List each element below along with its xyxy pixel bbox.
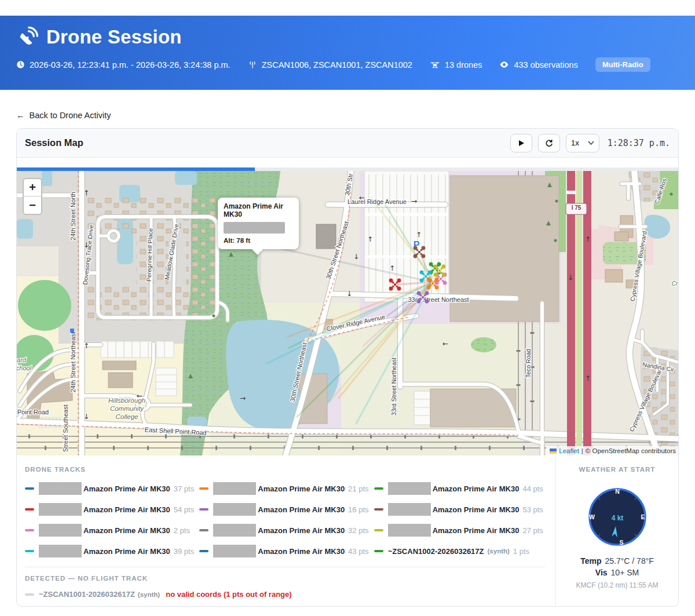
antenna-icon [248, 60, 257, 70]
back-to-drone-activity-link[interactable]: ← Back to Drone Activity [16, 111, 111, 120]
svg-text:↓: ↓ [568, 274, 573, 282]
svg-text:→: → [240, 394, 246, 402]
i75-highway [566, 171, 591, 455]
svg-text:W: W [589, 513, 595, 520]
track-legend-item: Amazon Prime Air MK3037 pts [25, 482, 196, 495]
ukraine-flag-icon [550, 449, 557, 454]
satellite-dish-icon [16, 26, 38, 48]
svg-text:Street Southeast: Street Southeast [62, 404, 69, 452]
track-points: 32 pts [348, 526, 368, 535]
detected-label: ~ZSCAN1001-2026032617Z [39, 590, 135, 599]
redacted-id [213, 503, 256, 516]
redacted-id [388, 524, 431, 537]
session-drone-count: 13 drones [430, 60, 482, 70]
svg-text:↑: ↑ [585, 235, 591, 243]
visibility-row: Vis10+ SM [561, 568, 674, 577]
leaflet-link[interactable]: Leaflet [559, 447, 579, 454]
zoom-in-button[interactable]: + [24, 179, 41, 196]
svg-text:↓: ↓ [353, 253, 359, 261]
track-color-swatch [199, 487, 209, 490]
track-color-swatch [25, 487, 34, 490]
card-header: Session Map 1x 1:28:37 p.m. [17, 129, 678, 158]
redacted-id [39, 524, 82, 537]
track-label: Amazon Prime Air MK30 [433, 505, 520, 514]
svg-text:N: N [615, 488, 620, 495]
svg-text:→: → [411, 197, 417, 205]
track-legend-item: Amazon Prime Air MK302 pts [25, 524, 196, 537]
track-label: Amazon Prime Air MK30 [258, 505, 345, 514]
track-legend-item: Amazon Prime Air MK3053 pts [374, 503, 545, 516]
svg-text:↑: ↑ [389, 264, 395, 272]
track-label: Amazon Prime Air MK30 [83, 484, 170, 493]
eye-icon [499, 60, 509, 70]
svg-text:←: ← [137, 392, 142, 400]
svg-text:College: College [116, 413, 138, 420]
svg-text:↓: ↓ [346, 290, 352, 298]
back-arrow-icon: ← [16, 111, 25, 120]
play-icon [518, 140, 525, 147]
redacted-id [213, 482, 256, 495]
svg-text:33rd Street Northeast: 33rd Street Northeast [390, 358, 397, 415]
drone-tooltip: Amazon Prime Air MK30 Alt: 78 ft [218, 198, 299, 249]
track-label: Amazon Prime Air MK30 [433, 484, 520, 493]
map-canvas: 30th StrLaurel Ridge Avenue24th Street N… [17, 171, 679, 455]
svg-text:Community: Community [110, 405, 144, 412]
redacted-id [388, 482, 431, 495]
refresh-button[interactable] [538, 134, 560, 152]
svg-text:Teco Road: Teco Road [525, 349, 532, 378]
chevron-down-icon [588, 141, 594, 145]
svg-text:↑: ↑ [416, 231, 422, 239]
track-label: Amazon Prime Air MK30 [433, 526, 520, 535]
track-points: 43 pts [348, 547, 368, 556]
track-legend-item: Amazon Prime Air MK3021 pts [199, 482, 370, 495]
track-label: Amazon Prime Air MK30 [258, 526, 345, 535]
wind-compass: NESW 4 kt [583, 482, 652, 554]
track-label: Amazon Prime Air MK30 [83, 526, 170, 535]
map-zoom-control: + − [23, 178, 42, 215]
redacted-id [224, 222, 285, 234]
detected-list: ~ZSCAN1001-2026032617Z(synth)no valid co… [25, 590, 545, 599]
track-points: 1 pts [513, 547, 529, 556]
track-points: 21 pts [348, 484, 368, 493]
track-legend-item: Amazon Prime Air MK3044 pts [374, 482, 545, 495]
track-legend-item: ~ZSCAN1002-2026032617Z(synth)1 pts [374, 545, 545, 557]
temperature-row: Temp25.7°C / 78°F [561, 556, 674, 566]
playback-speed-select[interactable]: 1x [566, 134, 599, 152]
track-color-swatch [374, 487, 383, 490]
redacted-id [388, 503, 431, 516]
track-color-swatch [374, 550, 383, 552]
track-points: 16 pts [348, 505, 368, 514]
weather-station: KMCF (10.2 nm) 11:55 AM [561, 581, 674, 589]
track-label: ~ZSCAN1002-2026032617Z [388, 547, 484, 556]
osm-attribution[interactable]: © OpenStreetMap contributors [586, 447, 676, 454]
track-points: 2 pts [174, 526, 190, 535]
zoom-out-button[interactable]: − [24, 196, 41, 214]
svg-text:↑: ↑ [367, 235, 373, 243]
weather-panel: WEATHER AT START NESW 4 kt Temp25.7°C / … [555, 455, 678, 607]
track-color-swatch [374, 529, 383, 531]
tooltip-altitude: Alt: 78 ft [224, 237, 293, 244]
clock-icon [16, 60, 25, 69]
track-legend-item: Amazon Prime Air MK3016 pts [199, 503, 370, 516]
track-color-swatch [25, 550, 34, 552]
session-observation-count: 433 observations [499, 60, 577, 70]
svg-text:S: S [619, 539, 623, 546]
svg-text:↑: ↑ [83, 342, 89, 350]
session-map[interactable]: 30th StrLaurel Ridge Avenue24th Street N… [17, 171, 679, 455]
track-color-swatch [25, 529, 34, 531]
track-label: Amazon Prime Air MK30 [258, 484, 345, 493]
svg-text:Laurel Ridge Avenue: Laurel Ridge Avenue [348, 198, 407, 205]
header-gap [17, 158, 678, 167]
track-legend-item: Amazon Prime Air MK3027 pts [374, 524, 545, 537]
redacted-id [39, 545, 82, 557]
track-grid: Amazon Prime Air MK3037 ptsAmazon Prime … [25, 482, 545, 557]
svg-text:↓: ↓ [83, 241, 89, 249]
play-button[interactable] [510, 134, 532, 152]
svg-text:chool: chool [17, 365, 32, 371]
track-points: 54 pts [174, 505, 194, 514]
track-points: 27 pts [522, 526, 543, 535]
session-map-card: Session Map 1x 1:28:37 p.m. [16, 128, 679, 607]
svg-text:I 75: I 75 [572, 205, 581, 211]
weather-heading: WEATHER AT START [561, 466, 674, 473]
map-attribution: Leaflet | © OpenStreetMap contributors [546, 446, 679, 455]
